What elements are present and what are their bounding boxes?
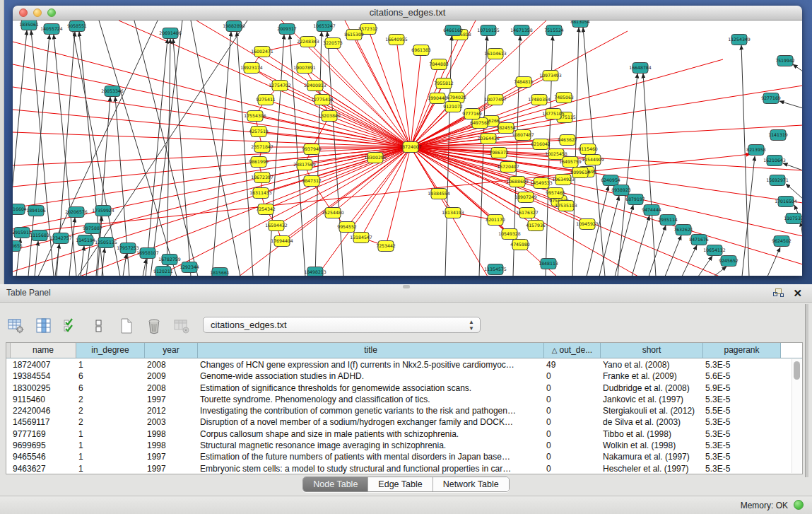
network-node[interactable]: 9277169	[761, 93, 781, 104]
table-cell[interactable]: 5.3E-5	[699, 428, 777, 440]
table-cell[interactable]: 1	[72, 463, 141, 474]
table-cell[interactable]: Yano et al. (2008)	[596, 359, 699, 370]
network-node[interactable]: 18724007	[399, 142, 422, 153]
table-cell[interactable]: 1	[72, 440, 141, 451]
citation-edge-black[interactable]	[665, 235, 681, 276]
citation-edge-red[interactable]	[13, 42, 411, 147]
citation-edge-red[interactable]	[386, 147, 411, 246]
splitter-handle[interactable]	[403, 285, 410, 288]
citation-edge-black[interactable]	[793, 64, 802, 71]
network-node[interactable]: 6216042	[531, 139, 551, 150]
table-cell[interactable]: Dudbridge et al. (2008)	[596, 382, 699, 394]
table-cell[interactable]: 0	[540, 416, 596, 428]
table-cell[interactable]: Structural magnetic resonance image aver…	[194, 440, 540, 451]
select-all-checks-button[interactable]	[62, 317, 81, 335]
network-node[interactable]: 13184547	[350, 233, 372, 243]
network-node[interactable]: 6879197	[625, 194, 645, 205]
network-node[interactable]: 16002471	[251, 47, 273, 57]
table-cell[interactable]: 2003	[141, 416, 194, 428]
network-node[interactable]: 16210643	[763, 156, 786, 166]
network-node[interactable]: 16782759	[158, 255, 181, 265]
table-cell[interactable]: 1998	[141, 440, 194, 451]
column-header-in_degree[interactable]: in_degree	[76, 343, 145, 358]
network-node[interactable]: 17535103	[555, 201, 577, 211]
table-cell[interactable]: 14569117	[6, 416, 72, 428]
network-node[interactable]: 18300295	[364, 153, 387, 163]
network-node[interactable]: 9275411	[256, 95, 276, 105]
table-cell[interactable]: Franke et al. (2009)	[596, 370, 699, 382]
table-cell[interactable]: 9777169	[6, 428, 72, 440]
network-node[interactable]: 14549533	[530, 178, 553, 189]
table-cell[interactable]: 5.5E-5	[699, 405, 777, 416]
network-node[interactable]: 3220573	[323, 38, 343, 49]
network-node[interactable]: 9121072	[443, 102, 463, 112]
network-node[interactable]: 19384554	[428, 189, 450, 199]
table-cell[interactable]: 5.3E-5	[699, 394, 777, 405]
table-cell[interactable]: Corpus callosum shape and size in male p…	[194, 428, 540, 440]
table-cell[interactable]: 1998	[141, 428, 194, 440]
citation-edge-black[interactable]	[13, 30, 27, 276]
table-cell[interactable]: 1997	[141, 463, 194, 474]
table-row[interactable]: 946362711997Embryonic stem cells: a mode…	[6, 463, 791, 474]
network-node[interactable]: 22248343	[297, 37, 319, 47]
table-settings-button[interactable]	[7, 317, 25, 335]
network-node[interactable]: 19634923	[552, 175, 575, 185]
table-cell[interactable]: 6	[72, 382, 141, 394]
close-panel-icon[interactable]: ✕	[793, 287, 802, 300]
table-cell[interactable]: 0	[540, 370, 596, 382]
table-row[interactable]: 977716911998Corpus callosum shape and si…	[6, 428, 791, 440]
citation-edge-black[interactable]	[69, 218, 75, 276]
network-node[interactable]: 9777169	[462, 109, 482, 119]
network-node[interactable]: 1894106	[26, 206, 46, 216]
table-cell[interactable]: 22420046	[6, 405, 72, 416]
network-node[interactable]: 9463627	[558, 135, 577, 146]
table-cell[interactable]: 2012	[141, 405, 194, 416]
table-selector-dropdown[interactable]: citations_edges.txt ▲▼	[203, 317, 481, 333]
network-node[interactable]: 6240954	[601, 175, 620, 186]
table-cell[interactable]: 2	[72, 394, 141, 405]
network-node[interactable]: 8471676	[689, 235, 709, 245]
network-node[interactable]: 2516604	[13, 204, 27, 215]
table-cell[interactable]: Stergiakouli et al. (2012)	[596, 405, 699, 416]
network-node[interactable]: 4257519	[249, 127, 269, 137]
network-node[interactable]: 9474444	[642, 205, 661, 216]
network-node[interactable]: 7515524	[544, 25, 564, 36]
table-cell[interactable]: 5.3E-5	[699, 416, 777, 428]
table-cell[interactable]: 1	[72, 451, 141, 462]
table-cell[interactable]: 49	[540, 359, 596, 370]
table-cell[interactable]: 2009	[141, 370, 194, 382]
table-cell[interactable]: Jankovic et al. (1997)	[596, 394, 699, 405]
table-cell[interactable]: 9465546	[6, 451, 72, 462]
network-node[interactable]: 9954552	[337, 222, 357, 233]
table-cell[interactable]: 2	[72, 416, 141, 428]
column-header-name[interactable]: name	[11, 343, 76, 358]
column-header-title[interactable]: title	[198, 343, 544, 358]
network-node[interactable]: 19007891	[293, 63, 316, 74]
table-cell[interactable]: 1997	[141, 394, 194, 405]
table-row[interactable]: 1938455462009Genome-wide association stu…	[6, 370, 791, 382]
network-node[interactable]: 9861990	[249, 157, 269, 168]
network-node[interactable]: 19882890	[223, 21, 245, 32]
network-node[interactable]: 17480354	[528, 95, 551, 105]
table-row[interactable]: 2242004622012Investigating the contribut…	[6, 405, 791, 416]
table-cell[interactable]: Hescheler et al. (1997)	[596, 463, 699, 474]
table-cell[interactable]: 18300295	[6, 382, 72, 394]
citation-edge-black[interactable]	[801, 222, 802, 237]
network-node[interactable]: 18923174	[240, 63, 263, 74]
network-node[interactable]: 7254342	[256, 204, 276, 215]
network-node[interactable]: 3915913	[13, 228, 32, 238]
network-node[interactable]: 9120211	[153, 267, 173, 276]
network-node[interactable]: 16176327	[516, 208, 539, 218]
column-header-year[interactable]: year	[145, 343, 198, 358]
network-window-titlebar[interactable]: citations_edges.txt	[13, 6, 802, 21]
network-node[interactable]: 9058551	[67, 21, 87, 32]
minimize-window-button[interactable]	[33, 8, 42, 17]
network-node[interactable]: 2520655	[13, 241, 23, 252]
close-window-button[interactable]	[19, 8, 28, 17]
table-cell[interactable]: 0	[540, 394, 596, 405]
network-node[interactable]: 8938923	[611, 185, 631, 196]
table-row[interactable]: 946554611997Estimation of the future num…	[6, 451, 791, 462]
network-node[interactable]: 14671358	[510, 25, 533, 36]
network-node[interactable]: 20691406	[159, 28, 182, 39]
table-cell[interactable]: 1	[72, 359, 141, 370]
